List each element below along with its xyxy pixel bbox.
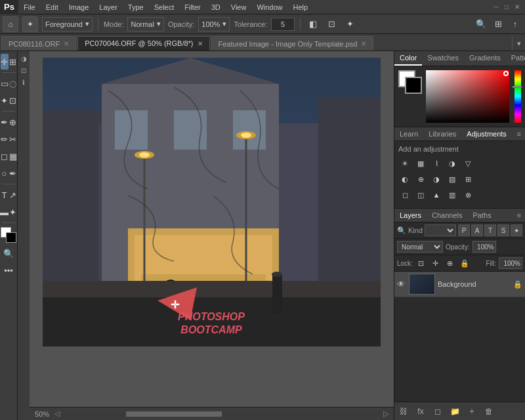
clone-tool[interactable]: ✂ [9, 131, 17, 147]
brightness-adj-icon[interactable]: ☀ [398, 157, 411, 170]
hue-adj-icon[interactable]: ◐ [398, 173, 411, 186]
crop-tool[interactable]: ⊡ [9, 93, 17, 108]
canvas-scroll-area[interactable]: ✛ PHOTOSHOP BOOTCAMP [30, 51, 394, 407]
blackwhite-adj-icon[interactable]: ◑ [430, 173, 443, 186]
tab-paths[interactable]: Paths [468, 209, 497, 222]
sample-icon[interactable]: ◧ [306, 17, 320, 32]
maximize-button[interactable]: □ [502, 3, 511, 12]
heal-tool[interactable]: ⊕ [9, 114, 17, 130]
pen-tool[interactable]: ✒ [9, 165, 17, 181]
info-icon[interactable]: ℹ [19, 77, 28, 87]
tab-0[interactable]: PC080116.ORF ✕ [1, 36, 76, 51]
fg-bg-color-selector[interactable] [1, 227, 16, 243]
eyedropper-tool[interactable]: ✒ [1, 114, 9, 130]
invert-adj-icon[interactable]: ◻ [398, 188, 411, 201]
move-tool[interactable]: ✛ [1, 54, 9, 70]
menu-3d[interactable]: 3D [206, 2, 226, 12]
menu-image[interactable]: Image [64, 2, 94, 12]
tab-layers[interactable]: Layers [394, 209, 427, 222]
blend-mode-select[interactable]: Normal [397, 241, 443, 253]
tab-color[interactable]: Color [394, 51, 422, 66]
tabs-overflow-button[interactable]: ▾ [512, 36, 525, 51]
zoom-tool[interactable]: 🔍 [1, 245, 16, 261]
vibrance-adj-icon[interactable]: ▽ [461, 157, 474, 170]
menu-window[interactable]: Window [251, 2, 287, 12]
canvas-image[interactable]: ✛ PHOTOSHOP BOOTCAMP [43, 58, 381, 346]
adjustments-menu-icon[interactable]: ≡ [513, 127, 525, 140]
posterize-adj-icon[interactable]: ◫ [414, 188, 427, 201]
scroll-right-icon[interactable]: ▷ [383, 410, 388, 418]
layers-kind-select[interactable] [425, 224, 456, 236]
threshold-adj-icon[interactable]: ▲ [430, 188, 443, 201]
lasso-tool[interactable]: ◌ [9, 75, 17, 91]
layers-menu-icon[interactable]: ≡ [513, 209, 525, 222]
lock-all-btn[interactable]: 🔒 [459, 257, 471, 269]
background-swatch[interactable] [405, 77, 422, 94]
lock-artboard-btn[interactable]: ⊕ [444, 257, 456, 269]
levels-adj-icon[interactable]: ▦ [414, 157, 427, 170]
menu-view[interactable]: View [226, 2, 252, 12]
exposure-adj-icon[interactable]: ◑ [446, 157, 459, 170]
type-tool[interactable]: T [1, 187, 9, 203]
layer-mask-btn[interactable]: ◻ [431, 405, 444, 418]
menu-help[interactable]: Help [288, 2, 314, 12]
horizontal-scrollbar[interactable] [62, 411, 381, 417]
tab-1-close[interactable]: ✕ [198, 40, 203, 47]
filter-adj-btn[interactable]: A [471, 224, 483, 236]
color-picker[interactable] [426, 70, 521, 123]
scroll-left-icon[interactable]: ◁ [54, 410, 60, 418]
channelmixer-adj-icon[interactable]: ⊞ [461, 173, 474, 186]
tab-patterns[interactable]: Patterns [506, 51, 525, 66]
gradient-adj-icon[interactable]: ▥ [446, 188, 459, 201]
menu-filter[interactable]: Filter [179, 2, 205, 12]
scrollbar-thumb[interactable] [126, 411, 221, 417]
artboard-tool[interactable]: ⊞ [9, 54, 17, 70]
minimize-button[interactable]: ─ [492, 3, 501, 12]
photo-adj-icon[interactable]: ▧ [446, 173, 459, 186]
hand-tool[interactable]: ✦ [9, 204, 17, 220]
colorbalance-adj-icon[interactable]: ⊕ [414, 173, 427, 186]
tolerance-input[interactable] [271, 18, 295, 31]
tab-libraries[interactable]: Libraries [423, 127, 461, 140]
lock-move-btn[interactable]: ✛ [430, 257, 442, 269]
tab-2-close[interactable]: ✕ [361, 40, 366, 47]
tab-adjustments[interactable]: Adjustments [461, 127, 512, 140]
tool-options-btn[interactable]: ✦ [22, 16, 38, 32]
foreground-dropdown[interactable]: Foreground ▾ [42, 17, 93, 32]
brush-tool[interactable]: ✏ [1, 131, 9, 147]
layer-row-background[interactable]: 👁 Background 🔒 [394, 272, 525, 297]
layer-effects-btn[interactable]: fx [414, 405, 427, 418]
tab-learn[interactable]: Learn [394, 127, 423, 140]
filter-pixel-btn[interactable]: P [458, 224, 470, 236]
layer-visibility-toggle[interactable]: 👁 [397, 280, 406, 289]
color-adjust-icon[interactable]: ◑ [19, 54, 28, 63]
close-button[interactable]: ✕ [513, 3, 522, 12]
new-layer-btn[interactable]: + [465, 405, 478, 418]
fill-input[interactable] [499, 257, 522, 269]
tab-1[interactable]: PC070046.ORF @ 50% (RGB/8*) ✕ [77, 36, 209, 51]
lock-pixels-btn[interactable]: ⊡ [415, 257, 427, 269]
dodge-tool[interactable]: ○ [1, 165, 9, 181]
tab-channels[interactable]: Channels [427, 209, 467, 222]
link-layers-btn[interactable]: ⛓ [397, 405, 410, 418]
search-icon[interactable]: 🔍 [474, 17, 488, 32]
select-icon[interactable]: ⊡ [324, 17, 339, 32]
tab-swatches[interactable]: Swatches [422, 51, 464, 66]
home-button[interactable]: ⌂ [3, 16, 18, 32]
filter-smart-btn[interactable]: ✦ [511, 224, 522, 236]
opacity-input[interactable] [472, 241, 496, 253]
tab-0-close[interactable]: ✕ [64, 40, 69, 47]
shape-tool[interactable]: ▬ [1, 204, 9, 220]
menu-file[interactable]: File [18, 2, 41, 12]
menu-select[interactable]: Select [149, 2, 180, 12]
filter-shape-btn[interactable]: S [497, 224, 509, 236]
selective-adj-icon[interactable]: ⊗ [461, 188, 474, 201]
levels-icon[interactable]: ⊡ [19, 66, 28, 75]
more-tools[interactable]: ••• [1, 262, 16, 278]
path-tool[interactable]: ↗ [9, 187, 17, 203]
tab-gradients[interactable]: Gradients [464, 51, 506, 66]
curves-adj-icon[interactable]: ⌇ [430, 157, 443, 170]
hue-strip[interactable] [514, 70, 521, 123]
filter-type-btn[interactable]: T [484, 224, 496, 236]
rect-select-tool[interactable]: ▭ [1, 75, 9, 91]
